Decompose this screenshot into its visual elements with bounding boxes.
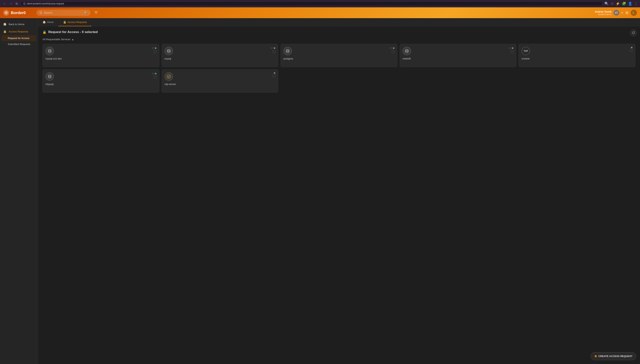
logo-area: Border0 <box>3 10 34 16</box>
grid-view-button[interactable]: ⊞ <box>625 11 628 15</box>
chevron-down-icon: ▼ <box>621 12 623 14</box>
indicator-row: 🏷 <box>509 47 513 50</box>
home-tab-icon: 🏠 <box>43 20 46 24</box>
service-name: postgres <box>283 57 395 60</box>
db-icon <box>46 72 54 81</box>
service-card-redshift[interactable]: 🏷 redshift <box>400 44 516 67</box>
service-checkbox[interactable] <box>630 49 632 52</box>
url-bar: client.border0.com/#/access-request <box>20 1 603 6</box>
chevron-up-icon: ▲ <box>72 38 74 41</box>
refresh-button[interactable] <box>630 29 637 36</box>
status-dot <box>512 47 513 49</box>
create-access-request-button[interactable]: ⊕ CREATE ACCESS REQUEST <box>591 352 636 360</box>
indicator-row: 🏷 <box>152 72 156 75</box>
service-card-mysql-us1-dev[interactable]: 🏷 mysql-us1-dev <box>43 44 159 67</box>
service-checkbox[interactable] <box>511 50 513 53</box>
db-icon <box>283 47 292 55</box>
sidebar-access-label: Access Requests <box>9 30 28 33</box>
service-card-rdp-server[interactable]: rdp-server <box>162 69 278 92</box>
sidebar-item-access-requests[interactable]: 🔒 Access Requests <box>0 28 38 35</box>
logo-text: Border0 <box>11 11 26 15</box>
indicator-row: 🏷 <box>152 47 156 50</box>
service-checkbox[interactable] <box>154 76 156 78</box>
search-input[interactable] <box>44 11 83 14</box>
sidebar-item-back-to-home[interactable]: 🏠 Back to Home <box>0 20 38 28</box>
service-card-rdspsql[interactable]: 🏷 rdspsql <box>43 69 159 92</box>
header-right: Andree Toonk border0-demo AT ▼ ⊞ ☾ <box>595 10 637 16</box>
service-card-vnctest[interactable]: TCP vnctest <box>519 44 635 67</box>
svg-point-7 <box>48 50 51 50</box>
service-checkbox[interactable] <box>392 50 395 53</box>
back-button[interactable]: ← <box>2 2 7 6</box>
status-dot <box>393 47 395 49</box>
service-meta: 🏷 <box>509 47 513 53</box>
db-icon <box>165 47 173 55</box>
service-name: redshift <box>403 57 514 60</box>
svg-point-10 <box>406 50 408 50</box>
status-dot <box>155 47 156 49</box>
tag-icon: 🏷 <box>390 47 392 50</box>
app-header: Border0 🔍 Andree Toonk border0-demo AT ▼… <box>0 7 640 18</box>
service-card-top <box>165 72 275 81</box>
search-bar-container[interactable]: 🔍 <box>36 10 91 16</box>
service-name: mysql-us1-dev <box>46 57 156 60</box>
svg-point-12 <box>167 75 171 78</box>
status-dot <box>274 72 275 74</box>
profile-icon: 👤 <box>628 2 632 6</box>
section-header[interactable]: All Requestable Services ▲ <box>43 38 635 41</box>
access-tab-icon: 🔒 <box>63 20 66 24</box>
forward-button[interactable]: → <box>9 2 13 6</box>
svg-point-9 <box>286 50 289 50</box>
menu-icon: ⋮ <box>634 2 638 6</box>
service-card-mysql[interactable]: 🏷 mysql <box>162 44 278 67</box>
service-checkbox[interactable] <box>154 50 156 53</box>
service-checkbox[interactable] <box>273 50 275 53</box>
search-submit-icon[interactable]: 🔍 <box>84 11 87 14</box>
svg-point-2 <box>40 12 42 14</box>
service-meta <box>630 47 632 52</box>
svg-point-8 <box>167 50 170 50</box>
status-dot <box>155 73 156 74</box>
sidebar-sub-submitted-requests[interactable]: Submitted Requests <box>0 41 38 47</box>
tag-icon: 🏷 <box>509 47 511 50</box>
service-grid-row2: 🏷 rdspsql <box>43 69 635 92</box>
svg-line-3 <box>41 13 42 14</box>
sidebar-back-label: Back to Home <box>9 23 25 26</box>
indicator-row: 🏷 <box>390 47 395 50</box>
service-checkbox[interactable] <box>273 74 275 77</box>
dark-mode-toggle[interactable]: ☾ <box>631 10 637 16</box>
browser-chrome: ← → ↻ client.border0.com/#/access-reques… <box>0 0 640 7</box>
service-name: rdspsql <box>46 83 156 86</box>
ext-icon: 🧩 <box>622 2 626 6</box>
filter-button[interactable] <box>93 10 99 16</box>
bolt-icon: ⚡ <box>616 2 620 6</box>
tag-icon: 🏷 <box>271 47 273 50</box>
svg-point-1 <box>6 12 7 13</box>
tag-icon: 🏷 <box>152 72 154 75</box>
indicator-row <box>274 72 275 74</box>
reload-button[interactable]: ↻ <box>15 2 19 6</box>
tab-home[interactable]: 🏠 Home <box>38 18 58 26</box>
tag-icon: 🏷 <box>152 47 154 50</box>
browser-actions: 🔍 ☆ ⚡ 🧩 👤 ⋮ <box>604 2 638 6</box>
status-dot <box>631 47 632 48</box>
db-icon <box>403 47 411 55</box>
service-meta: 🏷 <box>271 47 275 53</box>
tcp-icon: TCP <box>521 47 530 55</box>
indicator-row: 🏷 <box>271 47 275 50</box>
user-org: border0-demo <box>595 13 611 16</box>
home-icon: 🏠 <box>3 22 7 26</box>
service-card-top: 🏷 <box>403 47 514 55</box>
tab-access-requests[interactable]: 🔒 Access Requests <box>58 18 92 26</box>
service-grid-row1: 🏷 mysql-us1-dev <box>43 44 635 67</box>
sidebar-sub-request-for-access[interactable]: Request for Access <box>2 35 36 41</box>
url-text: client.border0.com/#/access-request <box>27 2 64 5</box>
service-card-postgres[interactable]: 🏷 postgres <box>280 44 397 67</box>
service-meta: 🏷 <box>152 72 156 78</box>
page-header: 🔒 Request for Access - 0 selected <box>43 30 635 34</box>
section-label: All Requestable Services <box>43 38 71 41</box>
access-requests-icon: 🔒 <box>3 30 7 33</box>
user-info: Andree Toonk border0-demo AT ▼ <box>595 10 623 16</box>
service-meta <box>273 72 275 77</box>
svg-point-11 <box>48 75 51 76</box>
